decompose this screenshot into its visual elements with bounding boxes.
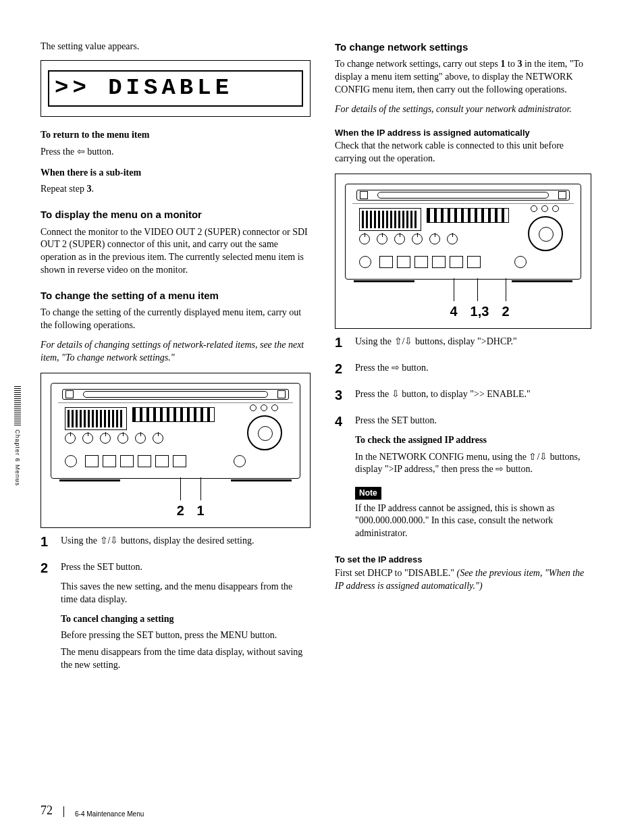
lcd-screenshot-frame: >> DISABLE [41, 60, 311, 117]
step: 1 Using the ⇧/⇩ buttons, display the des… [41, 535, 311, 552]
t: to [506, 59, 518, 69]
device-illustration [345, 184, 581, 280]
step-number: 1 [41, 535, 54, 552]
change-setting-intro: To change the setting of the currently d… [41, 307, 311, 332]
step-text: Press the SET button. [355, 415, 591, 427]
step-body: Press the SET button. This saves the new… [61, 561, 311, 676]
step: 4 Press the SET button. To check the ass… [335, 415, 591, 544]
callout-2c: 2 [502, 303, 509, 321]
step-text: Press the ⇩ button, to display ">> ENABL… [355, 388, 591, 401]
cancel-body-2: The menu disappears from the time data d… [61, 646, 311, 672]
auto-ip-intro: Check that the network cable is connecte… [335, 140, 591, 165]
check-ip-title: To check the assigned IP address [355, 434, 591, 447]
callout-row-1: 2 1 [51, 477, 300, 518]
step: 3 Press the ⇩ button, to display ">> ENA… [335, 388, 591, 405]
step-number: 2 [41, 561, 54, 676]
check-ip-body: In the NETWORK CONFIG menu, using the ⇧/… [355, 451, 591, 477]
set-ip-body: First set DHCP to "DISABLE." (See the pr… [335, 567, 591, 593]
t: First set DHCP to "DISABLE." [335, 568, 456, 578]
network-admin-note: For details of the settings, consult you… [335, 103, 591, 116]
display-monitor-body: Connect the monitor to the VIDEO OUT 2 (… [41, 226, 311, 278]
note-body: If the IP address cannot be assigned, th… [355, 502, 591, 541]
side-tab-text: Chapter 6 Menus [14, 429, 22, 486]
intro-text: The setting value appears. [41, 41, 311, 53]
subitem-post: . [91, 184, 94, 194]
chapter-side-tab: Chapter 6 Menus [14, 385, 22, 486]
return-body: Press the ⇦ button. [41, 146, 311, 159]
step-body: Using the ⇧/⇩ buttons, display the desir… [61, 535, 311, 552]
step-number: 2 [335, 362, 348, 379]
set-ip-heading: To set the IP address [335, 554, 591, 566]
cancel-body-1: Before pressing the SET button, press th… [61, 629, 311, 642]
subitem-pre: Repeat step [41, 184, 86, 194]
step-body: Press the SET button. To check the assig… [355, 415, 591, 544]
step-text: Press the SET button. [61, 561, 311, 574]
change-setting-note: For details of changing settings of netw… [41, 339, 311, 365]
callout-1b: 1 [196, 502, 204, 520]
network-intro: To change network settings, carry out st… [335, 58, 591, 97]
right-steps: 1 Using the ⇧/⇩ buttons, display ">DHCP.… [335, 336, 591, 544]
subitem-title: When there is a sub-item [41, 167, 311, 180]
lcd-value: >> DISABLE [48, 70, 303, 107]
device-figure-1: 2 1 [41, 373, 311, 528]
t: To change network settings, carry out st… [335, 59, 501, 69]
display-monitor-heading: To display the menu on a monitor [41, 208, 311, 221]
step-number: 1 [335, 336, 348, 352]
callout-2a: 4 [450, 303, 457, 321]
step: 2 Press the SET button. This saves the n… [41, 561, 311, 676]
cancel-title: To cancel changing a setting [61, 613, 311, 626]
step-text: Using the ⇧/⇩ buttons, display the desir… [61, 535, 311, 548]
step-text: Press the ⇨ button. [355, 362, 591, 375]
t: 1 [501, 59, 506, 69]
step-number: 3 [335, 388, 348, 405]
left-steps: 1 Using the ⇧/⇩ buttons, display the des… [41, 535, 311, 676]
step-after: This saves the new setting, and the menu… [61, 581, 311, 606]
footer-separator [63, 806, 64, 817]
return-title: To return to the menu item [41, 129, 311, 142]
auto-ip-heading: When the IP address is assigned automati… [335, 127, 591, 139]
subitem-body: Repeat step 3. [41, 183, 311, 196]
step-text: Using the ⇧/⇩ buttons, display ">DHCP." [355, 336, 591, 348]
change-setting-heading: To change the setting of a menu item [41, 289, 311, 303]
step: 1 Using the ⇧/⇩ buttons, display ">DHCP.… [335, 336, 591, 352]
page-footer: 72 6-4 Maintenance Menu [41, 802, 144, 818]
note-badge: Note [355, 487, 381, 499]
callout-2b: 1,3 [471, 303, 489, 321]
right-column: To change network settings To change net… [335, 41, 591, 685]
section-label: 6-4 Maintenance Menu [75, 810, 144, 819]
side-tab-hatch [14, 385, 21, 425]
callout-1a: 2 [177, 502, 184, 520]
page: Chapter 6 Menus The setting value appear… [0, 0, 644, 840]
device-figure-2: 4 1,3 2 [335, 174, 591, 329]
device-illustration [51, 383, 300, 479]
column-layout: The setting value appears. >> DISABLE To… [41, 41, 603, 685]
step-number: 4 [335, 415, 348, 544]
network-heading: To change network settings [335, 41, 591, 54]
step: 2 Press the ⇨ button. [335, 362, 591, 379]
page-number: 72 [41, 802, 53, 818]
callout-row-2: 4 1,3 2 [345, 278, 581, 319]
left-column: The setting value appears. >> DISABLE To… [41, 41, 311, 685]
